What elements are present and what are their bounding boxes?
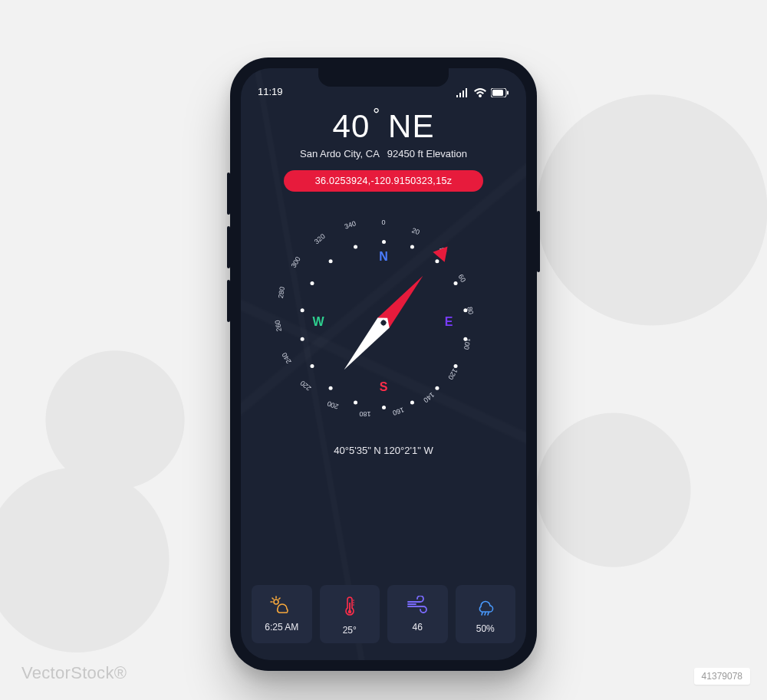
location-city: San Ardo City, CA <box>300 148 380 159</box>
degree-symbol: ° <box>373 105 380 125</box>
sunrise-card[interactable]: 6:25 AM <box>252 585 312 643</box>
rain-icon <box>474 596 497 616</box>
status-icons <box>456 88 509 97</box>
location-line: San Ardo City, CA92450 ft Elevation <box>241 148 526 159</box>
svg-marker-6 <box>433 242 453 262</box>
compass[interactable]: 0204060801001201401601802002202402602803… <box>272 212 495 434</box>
thermometer-icon <box>343 596 357 617</box>
temperature-value: 25° <box>343 625 357 636</box>
vectorstock-watermark: VectorStock® <box>21 663 127 683</box>
phone-notch <box>318 68 449 87</box>
wind-value: 46 <box>413 622 423 633</box>
cellular-icon <box>456 88 469 97</box>
wind-card[interactable]: 46 <box>387 585 448 643</box>
phone-frame: 11:19 40°NE San Ardo City, CA92450 ft El… <box>230 58 537 671</box>
app-screen: 11:19 40°NE San Ardo City, CA92450 ft El… <box>241 68 526 660</box>
clock: 11:19 <box>258 86 283 97</box>
svg-line-11 <box>279 598 281 600</box>
heading-direction: NE <box>388 108 434 145</box>
rain-value: 50% <box>476 623 495 634</box>
svg-rect-1 <box>492 90 503 96</box>
svg-line-18 <box>485 613 486 615</box>
svg-rect-2 <box>507 90 509 94</box>
wifi-icon <box>474 88 486 97</box>
sunrise-value: 6:25 AM <box>265 622 298 633</box>
svg-point-7 <box>274 600 278 604</box>
temperature-card[interactable]: 25° <box>320 585 380 643</box>
rain-card[interactable]: 50% <box>456 585 516 643</box>
weather-card-row: 6:25 AM 25° 46 <box>252 585 515 643</box>
svg-line-19 <box>488 613 489 615</box>
image-id-badge: 41379078 <box>694 668 750 685</box>
svg-line-17 <box>482 613 482 615</box>
wind-icon <box>406 596 429 614</box>
svg-point-12 <box>347 610 351 613</box>
location-elevation: 92450 ft Elevation <box>387 148 467 159</box>
heading-degrees: 40 <box>333 108 370 145</box>
heading-readout: 40°NE <box>333 108 435 145</box>
sunrise-icon <box>270 596 293 614</box>
svg-line-10 <box>272 598 274 600</box>
battery-icon <box>491 88 509 97</box>
